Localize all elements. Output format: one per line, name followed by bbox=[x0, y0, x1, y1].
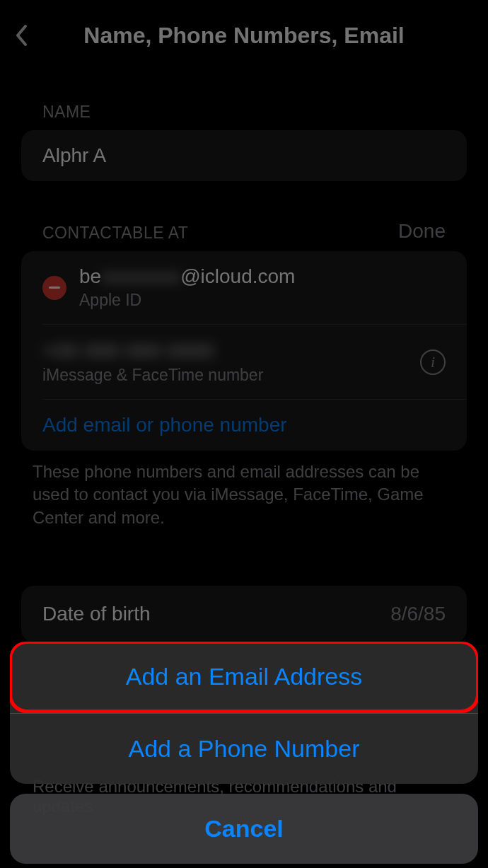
name-value: Alphr A bbox=[42, 144, 106, 167]
dob-value: 8/6/85 bbox=[390, 603, 446, 625]
highlight-annotation: Add an Email Address bbox=[10, 642, 478, 713]
contact-section-header: CONTACTABLE AT Done bbox=[0, 220, 488, 243]
contact-label: CONTACTABLE AT bbox=[42, 224, 188, 243]
contact-row-phone[interactable]: +00 000 000 0000 iMessage & FaceTime num… bbox=[21, 325, 467, 399]
info-icon[interactable]: i bbox=[420, 349, 446, 375]
name-row[interactable]: Alphr A bbox=[21, 130, 467, 181]
contact-row-email[interactable]: bexxxxxxxx@icloud.com Apple ID bbox=[21, 251, 467, 324]
email-prefix: be bbox=[79, 265, 101, 288]
add-email-button[interactable]: Add an Email Address bbox=[12, 644, 476, 710]
delete-icon[interactable] bbox=[42, 276, 66, 300]
dob-row[interactable]: Date of birth 8/6/85 bbox=[21, 586, 467, 642]
add-phone-button[interactable]: Add a Phone Number bbox=[10, 714, 478, 784]
dob-card: Date of birth 8/6/85 bbox=[21, 586, 467, 642]
name-label: NAME bbox=[42, 103, 91, 122]
dob-label: Date of birth bbox=[42, 603, 151, 625]
cancel-button[interactable]: Cancel bbox=[10, 794, 478, 864]
done-button[interactable]: Done bbox=[398, 220, 446, 243]
contact-footer-text: These phone numbers and email addresses … bbox=[0, 451, 488, 529]
name-section-header: NAME bbox=[0, 103, 488, 122]
contact-phone-value: +00 000 000 0000 bbox=[42, 339, 263, 363]
page-title: Name, Phone Numbers, Email bbox=[0, 23, 488, 49]
contact-card: bexxxxxxxx@icloud.com Apple ID +00 000 0… bbox=[21, 251, 467, 451]
action-sheet: Add an Email Address Add a Phone Number … bbox=[10, 642, 478, 864]
action-sheet-group: Add an Email Address Add a Phone Number bbox=[10, 642, 478, 784]
add-contact-label: Add email or phone number bbox=[42, 414, 287, 436]
name-card: Alphr A bbox=[21, 130, 467, 181]
contact-email-value: bexxxxxxxx@icloud.com bbox=[79, 265, 295, 288]
email-suffix: @icloud.com bbox=[180, 265, 295, 288]
contact-phone-subtitle: iMessage & FaceTime number bbox=[42, 366, 263, 385]
add-contact-row[interactable]: Add email or phone number bbox=[21, 400, 467, 451]
email-blurred: xxxxxxxx bbox=[101, 265, 180, 288]
nav-header: Name, Phone Numbers, Email bbox=[0, 0, 488, 71]
contact-email-subtitle: Apple ID bbox=[79, 291, 295, 310]
